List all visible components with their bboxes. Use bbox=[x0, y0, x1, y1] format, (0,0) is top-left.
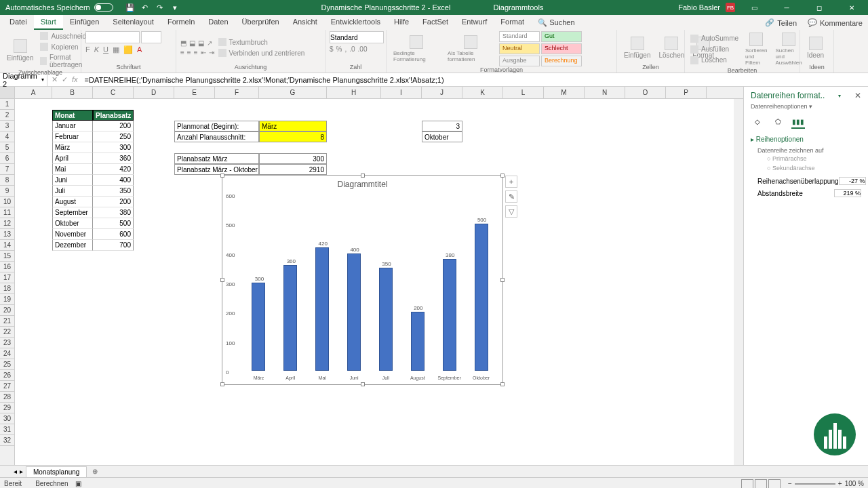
indent-inc[interactable]: ⇥ bbox=[209, 49, 214, 56]
cell-style-ausgabe[interactable]: Ausgabe bbox=[499, 56, 540, 66]
cell-B2[interactable]: Monat bbox=[52, 110, 93, 121]
fx-icon[interactable]: fx bbox=[72, 75, 78, 84]
gap-input[interactable] bbox=[834, 189, 861, 197]
view-normal-icon[interactable] bbox=[741, 479, 753, 489]
zoom-out-button[interactable]: − bbox=[788, 480, 792, 487]
bar-September[interactable]: 380 bbox=[443, 259, 456, 371]
cell-style-gut[interactable]: Gut bbox=[541, 31, 582, 42]
row-header-5[interactable]: 5 bbox=[0, 142, 14, 153]
number-format[interactable] bbox=[330, 31, 384, 43]
indent-dec[interactable]: ⇤ bbox=[201, 49, 206, 56]
chart-elements-button[interactable]: + bbox=[505, 176, 517, 188]
col-header-A[interactable]: A bbox=[15, 87, 52, 98]
border-button[interactable]: ▦ bbox=[113, 45, 119, 54]
minimize-button[interactable]: ─ bbox=[773, 0, 800, 15]
ideas-button[interactable]: Ideen bbox=[804, 35, 827, 60]
cancel-formula-icon[interactable]: ✕ bbox=[52, 75, 58, 84]
cell-C7[interactable]: 420 bbox=[93, 164, 134, 175]
tab-hilfe[interactable]: Hilfe bbox=[387, 15, 416, 30]
percent[interactable]: % bbox=[336, 45, 342, 53]
font-name[interactable] bbox=[85, 31, 140, 43]
pane-subtitle[interactable]: Datenreihenoptionen ▾ bbox=[751, 103, 861, 110]
col-header-M[interactable]: M bbox=[544, 87, 585, 98]
cell-C14[interactable]: 700 bbox=[93, 240, 134, 251]
cell-B5[interactable]: März bbox=[52, 142, 93, 153]
cell-B7[interactable]: Mai bbox=[52, 164, 93, 175]
row-header-16[interactable]: 16 bbox=[0, 262, 14, 272]
chart-styles-button[interactable]: ✎ bbox=[505, 190, 517, 203]
col-header-C[interactable]: C bbox=[93, 87, 134, 98]
row-header-26[interactable]: 26 bbox=[0, 370, 14, 381]
cell-C11[interactable]: 380 bbox=[93, 207, 134, 218]
align-center[interactable]: ≡ bbox=[187, 49, 191, 56]
autosave-toggle[interactable]: Automatisches Speichern bbox=[0, 3, 119, 12]
row-header-17[interactable]: 17 bbox=[0, 272, 14, 283]
cell-style-schlecht[interactable]: Schlecht bbox=[541, 43, 582, 54]
col-header-F[interactable]: F bbox=[215, 87, 259, 98]
series-options-icon[interactable]: ▮▮▮ bbox=[791, 115, 805, 129]
row-header-4[interactable]: 4 bbox=[0, 131, 14, 142]
merge-center-button[interactable]: Verbinden und zentrieren bbox=[217, 48, 307, 58]
underline-button[interactable]: U bbox=[103, 45, 108, 54]
tab-factset[interactable]: FactSet bbox=[416, 15, 455, 30]
cell-E6[interactable]: Planabsatz März bbox=[174, 153, 259, 164]
cell-B3[interactable]: Januar bbox=[52, 121, 93, 131]
row-header-24[interactable]: 24 bbox=[0, 348, 14, 359]
row-header-12[interactable]: 12 bbox=[0, 218, 14, 229]
orientation[interactable]: ↗ bbox=[207, 39, 212, 47]
cell-C5[interactable]: 300 bbox=[93, 142, 134, 153]
sort-filter[interactable]: Sortieren und Filtern bbox=[743, 31, 770, 67]
cell-E4[interactable]: Anzahl Planausschnitt: bbox=[174, 131, 259, 142]
chart[interactable]: Diagrammtitel 0100200300400500600300März… bbox=[222, 175, 503, 385]
chart-title[interactable]: Diagrammtitel bbox=[222, 176, 502, 193]
maximize-button[interactable]: ◻ bbox=[806, 0, 833, 15]
sheet-nav-next[interactable]: ▸ bbox=[20, 468, 23, 475]
cell-C6[interactable]: 360 bbox=[93, 153, 134, 164]
col-header-G[interactable]: G bbox=[259, 87, 327, 98]
cell-G4[interactable]: 8 bbox=[259, 131, 327, 142]
secondary-axis-radio[interactable]: ○ Sekundärachse bbox=[757, 163, 861, 173]
redo-icon[interactable]: ↷ bbox=[155, 3, 165, 12]
cell-style-neutral[interactable]: Neutral bbox=[499, 43, 540, 54]
cell-C2[interactable]: Planabsatz bbox=[93, 110, 134, 121]
col-header-J[interactable]: J bbox=[422, 87, 462, 98]
cell-style-standard[interactable]: Standard bbox=[499, 31, 540, 42]
conditional-formatting[interactable]: Bedingte Formatierung bbox=[391, 34, 442, 64]
vertical-scrollbar[interactable] bbox=[734, 99, 743, 465]
col-header-E[interactable]: E bbox=[174, 87, 215, 98]
delete-cells[interactable]: Löschen bbox=[656, 35, 687, 60]
tab-format[interactable]: Format bbox=[494, 15, 531, 30]
cell-B10[interactable]: August bbox=[52, 197, 93, 207]
cell-B13[interactable]: November bbox=[52, 229, 93, 240]
cell-G3[interactable]: März bbox=[259, 121, 327, 131]
bar-Mai[interactable]: 420 bbox=[315, 247, 329, 371]
bar-Oktober[interactable]: 500 bbox=[475, 224, 488, 371]
autosum-button[interactable]: AutoSumme bbox=[689, 34, 740, 43]
row-header-10[interactable]: 10 bbox=[0, 197, 14, 207]
fill-line-icon[interactable]: ◇ bbox=[751, 115, 764, 129]
cell-style-berechnung[interactable]: Berechnung bbox=[541, 56, 582, 66]
align-middle[interactable]: ⬓ bbox=[189, 39, 195, 47]
fill-button[interactable]: Ausfüllen bbox=[689, 45, 740, 54]
row-header-7[interactable]: 7 bbox=[0, 164, 14, 175]
bar-April[interactable]: 360 bbox=[283, 265, 297, 371]
tab-ansicht[interactable]: Ansicht bbox=[286, 15, 324, 30]
row-header-30[interactable]: 30 bbox=[0, 413, 14, 424]
row-header-13[interactable]: 13 bbox=[0, 229, 14, 240]
cell-B12[interactable]: Oktober bbox=[52, 218, 93, 229]
cell-B11[interactable]: September bbox=[52, 207, 93, 218]
row-header-3[interactable]: 3 bbox=[0, 121, 14, 131]
new-sheet-button[interactable]: ⊕ bbox=[90, 466, 100, 477]
row-header-1[interactable]: 1 bbox=[0, 99, 14, 110]
close-button[interactable]: ✕ bbox=[838, 0, 865, 15]
cell-C13[interactable]: 600 bbox=[93, 229, 134, 240]
row-header-20[interactable]: 20 bbox=[0, 305, 14, 316]
name-box[interactable]: Diagramm 2▾ bbox=[0, 72, 47, 88]
sheet-tab-active[interactable]: Monatsplanung bbox=[26, 466, 87, 477]
row-header-6[interactable]: 6 bbox=[0, 153, 14, 164]
wrap-text-button[interactable]: Textumbruch bbox=[217, 37, 307, 47]
col-header-H[interactable]: H bbox=[327, 87, 381, 98]
row-header-9[interactable]: 9 bbox=[0, 186, 14, 197]
col-header-I[interactable]: I bbox=[381, 87, 422, 98]
macro-record-icon[interactable]: ▣ bbox=[75, 480, 81, 487]
